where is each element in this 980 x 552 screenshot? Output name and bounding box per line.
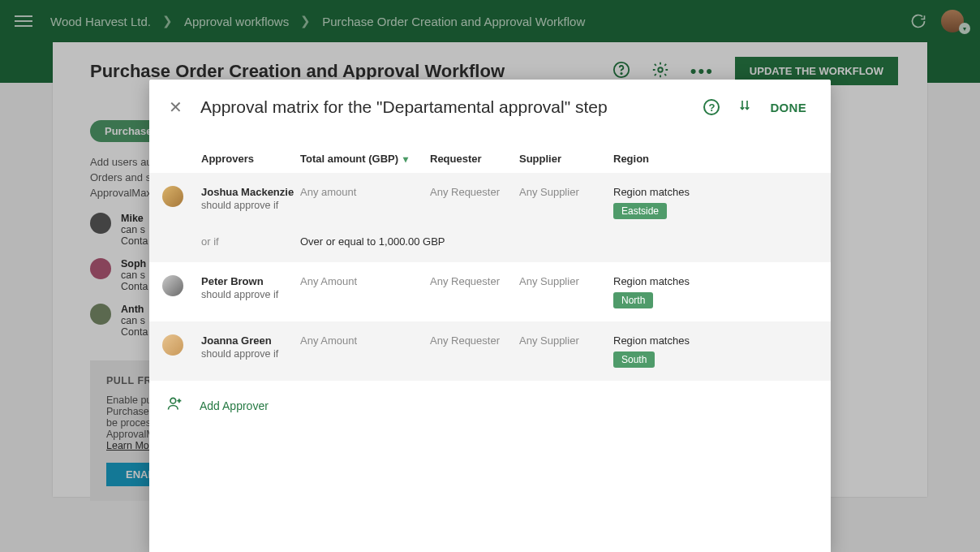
approver-row[interactable]: Peter Brown should approve if Any Amount… (149, 262, 831, 321)
col-region: Region (613, 153, 776, 165)
approval-matrix-table: Approvers Total amount (GBP) ▾ Requester… (149, 144, 831, 416)
region-tag[interactable]: South (613, 351, 655, 368)
cell-requester[interactable]: Any Requester (430, 275, 519, 287)
cell-supplier[interactable]: Any Supplier (519, 186, 613, 198)
add-approver-button[interactable]: Add Approver (149, 381, 831, 416)
help-icon[interactable]: ? (703, 99, 720, 115)
col-amount[interactable]: Total amount (GBP) ▾ (300, 153, 430, 165)
col-approvers: Approvers (201, 153, 300, 165)
col-supplier: Supplier (519, 153, 613, 165)
cell-supplier[interactable]: Any Supplier (519, 334, 613, 347)
avatar (162, 186, 183, 207)
orif-label: or if (201, 235, 300, 248)
cell-supplier[interactable]: Any Supplier (519, 275, 613, 287)
done-button[interactable]: DONE (770, 101, 806, 114)
add-approver-label: Add Approver (200, 399, 269, 412)
approver-row[interactable]: Joanna Green should approve if Any Amoun… (149, 321, 831, 381)
chevron-down-icon: ▾ (403, 153, 408, 165)
approver-name: Joanna Green (201, 334, 300, 347)
cell-region-label: Region matches (613, 275, 776, 287)
region-tag[interactable]: Eastside (613, 203, 667, 219)
approver-condition-label: should approve if (201, 200, 300, 211)
avatar (162, 334, 183, 356)
approver-row[interactable]: Joshua Mackenzie should approve if Any a… (149, 173, 831, 232)
cell-region-label: Region matches (613, 186, 776, 198)
cell-amount[interactable]: Any Amount (300, 275, 430, 287)
sort-icon[interactable] (737, 98, 752, 116)
cell-amount[interactable]: Any Amount (300, 334, 430, 347)
avatar (162, 275, 183, 296)
add-person-icon (164, 395, 185, 416)
cell-requester[interactable]: Any Requester (430, 334, 519, 347)
cell-requester[interactable]: Any Requester (430, 186, 519, 198)
approver-name: Peter Brown (201, 275, 300, 287)
close-icon[interactable]: ✕ (164, 96, 187, 119)
modal-title: Approval matrix for the "Departamental a… (200, 97, 692, 117)
cell-amount[interactable]: Any amount (300, 186, 430, 198)
approver-orif-row[interactable]: or if Over or equal to 1,000.00 GBP (149, 232, 831, 262)
approval-matrix-modal: ✕ Approval matrix for the "Departamental… (149, 80, 831, 552)
table-header: Approvers Total amount (GBP) ▾ Requester… (149, 144, 831, 173)
svg-point-3 (170, 398, 176, 403)
cell-region-label: Region matches (613, 334, 776, 347)
orif-value[interactable]: Over or equal to 1,000.00 GBP (300, 235, 608, 248)
approver-condition-label: should approve if (201, 348, 300, 360)
col-requester: Requester (430, 153, 519, 165)
approver-condition-label: should approve if (201, 289, 300, 300)
approver-name: Joshua Mackenzie (201, 186, 300, 198)
region-tag[interactable]: North (613, 292, 653, 308)
